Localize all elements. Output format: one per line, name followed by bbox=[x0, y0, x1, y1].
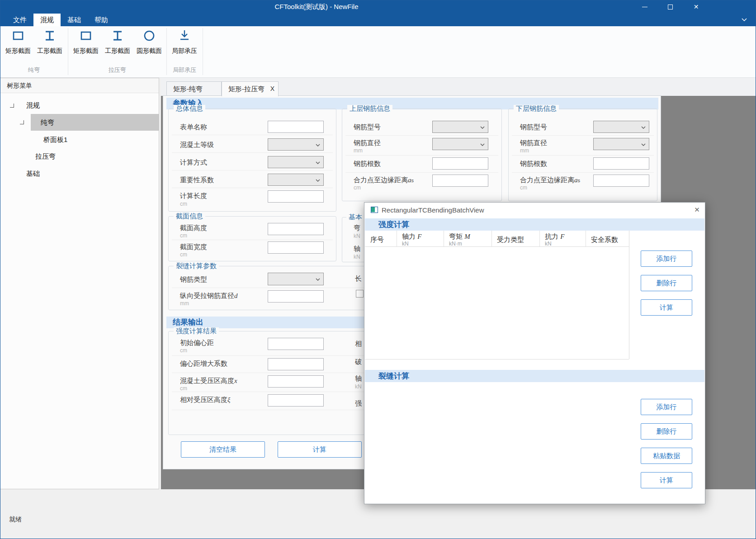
column-unit: kN bbox=[545, 241, 552, 247]
lower-rebar-model-select[interactable] bbox=[593, 121, 649, 133]
longterm-checkbox[interactable] bbox=[356, 290, 364, 298]
tree-item-layawan[interactable]: 拉压弯 bbox=[0, 148, 159, 165]
strength-delete-row-button[interactable]: 删除行 bbox=[641, 275, 692, 291]
eccentricity-factor-output[interactable] bbox=[268, 358, 324, 370]
field-label-form-name: 表单名称 bbox=[180, 123, 207, 131]
rect-section-icon bbox=[11, 29, 25, 43]
rebar-type-select[interactable] bbox=[268, 273, 324, 285]
column-header-safety-factor[interactable]: 安全系数 bbox=[591, 236, 618, 244]
form-name-input[interactable] bbox=[268, 121, 324, 133]
column-header-axial-force[interactable]: 轴力 F bbox=[402, 232, 421, 241]
section-height-input[interactable] bbox=[268, 223, 324, 235]
crack-delete-row-button[interactable]: 删除行 bbox=[641, 423, 692, 440]
strength-table-body[interactable] bbox=[365, 247, 629, 359]
tab-rect-tc-bend[interactable]: 矩形-拉压弯 X bbox=[222, 81, 279, 96]
maximize-button[interactable] bbox=[657, 0, 683, 14]
ribbon-collapse-chevron-icon[interactable] bbox=[739, 16, 750, 24]
field-label-rebar-diameter: 钢筋直径 bbox=[520, 138, 547, 147]
app-window: CFToolkit(测试版) - NewFile ✕ 文件 混规 基础 帮助 矩… bbox=[0, 0, 756, 539]
lower-rebar-diameter-select[interactable] bbox=[593, 138, 649, 150]
dialog-title: RectangularTCBendingBatchView bbox=[382, 206, 484, 214]
compression-height-output[interactable] bbox=[268, 375, 324, 388]
ibeam-section-icon bbox=[111, 29, 124, 43]
field-label-edge-distance: 合力点至边缘距离as bbox=[354, 175, 414, 185]
strength-calculate-button[interactable]: 计算 bbox=[641, 299, 692, 316]
crack-paste-data-button[interactable]: 粘贴数据 bbox=[641, 448, 692, 464]
dialog-window-icon bbox=[371, 207, 378, 213]
upper-rebar-count-input[interactable] bbox=[432, 157, 488, 170]
window-title: CFToolkit(测试版) - NewFile bbox=[0, 0, 633, 14]
tab-rect-bend[interactable]: 矩形-纯弯 bbox=[166, 81, 222, 96]
importance-factor-select[interactable] bbox=[268, 174, 324, 186]
row-separator bbox=[345, 135, 498, 136]
lower-rebar-count-input[interactable] bbox=[593, 157, 649, 170]
minimize-button[interactable] bbox=[632, 0, 657, 14]
group-lower-rebar-legend: 下层钢筋信息 bbox=[514, 105, 559, 112]
group-strength-results-legend: 强度计算结果 bbox=[174, 327, 219, 335]
tension-rebar-diameter-input[interactable] bbox=[268, 290, 324, 303]
field-label-relative-compression-height: 相对受压区高度ξ bbox=[180, 395, 230, 404]
tree-item-label: 基础 bbox=[26, 170, 40, 178]
field-label-rebar-model: 钢筋型号 bbox=[520, 123, 547, 131]
dialog-crack-header: 裂缝计算 bbox=[378, 370, 409, 382]
section-width-input[interactable] bbox=[268, 241, 324, 254]
column-header-moment[interactable]: 弯矩 M bbox=[449, 232, 470, 241]
upper-rebar-diameter-select[interactable] bbox=[432, 138, 488, 150]
tree-item-jichu[interactable]: 基础 bbox=[0, 165, 159, 182]
unit-label: kN bbox=[354, 233, 360, 239]
result-label-partial-3: 轴 bbox=[355, 374, 362, 383]
column-separator bbox=[397, 231, 397, 246]
upper-edge-distance-input[interactable] bbox=[432, 175, 488, 187]
expander-icon[interactable] bbox=[10, 104, 14, 108]
unit-label: kN bbox=[355, 383, 362, 390]
menu-item-hungui[interactable]: 混规 bbox=[33, 14, 61, 26]
lower-edge-distance-input[interactable] bbox=[593, 175, 649, 187]
clear-results-button[interactable]: 清空结果 bbox=[181, 441, 265, 458]
tree-item-hungui[interactable]: 混规 bbox=[0, 97, 159, 114]
circle-section-icon bbox=[142, 29, 156, 43]
column-separator bbox=[586, 231, 586, 246]
dialog-close-button[interactable]: ✕ bbox=[689, 203, 705, 217]
ribbon-button-local-bearing[interactable]: 局部承压 bbox=[170, 29, 199, 61]
tab-label: 矩形-拉压弯 bbox=[228, 85, 265, 93]
column-header-index[interactable]: 序号 bbox=[370, 236, 384, 244]
upper-rebar-model-select[interactable] bbox=[432, 121, 488, 133]
close-button[interactable]: ✕ bbox=[683, 0, 709, 14]
column-header-force-type[interactable]: 受力类型 bbox=[497, 236, 524, 244]
ribbon-button-ibeam-section-tc[interactable]: 工形截面 bbox=[103, 29, 132, 61]
group-upper-rebar-legend: 上层钢筋信息 bbox=[347, 105, 392, 112]
unit-label: cm bbox=[180, 347, 187, 354]
column-separator bbox=[491, 231, 492, 246]
calc-method-select[interactable] bbox=[268, 156, 324, 168]
crack-table-body[interactable] bbox=[365, 382, 629, 504]
ribbon-button-rect-section-tc[interactable]: 矩形截面 bbox=[71, 29, 100, 61]
tree-item-qiaomianban1[interactable]: 桥面板1 bbox=[0, 131, 159, 148]
expander-icon[interactable] bbox=[20, 120, 24, 124]
menu-item-help[interactable]: 帮助 bbox=[88, 14, 115, 26]
field-label-initial-eccentricity: 初始偏心距 bbox=[180, 338, 214, 347]
unit-label: cm bbox=[354, 184, 361, 191]
column-header-resistance[interactable]: 抗力 F bbox=[545, 232, 564, 241]
form-calculate-button[interactable]: 计算 bbox=[278, 441, 362, 458]
result-label-partial-4: 强 bbox=[355, 399, 362, 407]
menu-item-jichu[interactable]: 基础 bbox=[61, 14, 88, 26]
ribbon-button-ibeam-section-bend[interactable]: 工形截面 bbox=[35, 29, 64, 61]
initial-eccentricity-output[interactable] bbox=[268, 338, 324, 350]
ribbon-button-circle-section-tc[interactable]: 圆形截面 bbox=[135, 29, 164, 61]
relative-compression-height-output[interactable] bbox=[268, 394, 324, 407]
result-label-partial-2: 破 bbox=[355, 357, 362, 366]
strength-add-row-button[interactable]: 添加行 bbox=[641, 251, 692, 267]
row-separator bbox=[345, 172, 498, 173]
strength-section-bottom bbox=[365, 359, 629, 359]
tree-item-chunwan[interactable]: 纯弯 bbox=[0, 114, 159, 131]
calc-length-input[interactable] bbox=[268, 190, 324, 203]
tree-panel-header: 树形菜单 bbox=[0, 78, 159, 93]
concrete-grade-select[interactable] bbox=[268, 138, 324, 151]
tab-close-icon[interactable]: X bbox=[270, 82, 274, 96]
crack-add-row-button[interactable]: 添加行 bbox=[641, 399, 692, 415]
ribbon-button-rect-section-bend[interactable]: 矩形截面 bbox=[4, 29, 33, 61]
ribbon-group-label-tc: 拉压弯 bbox=[99, 66, 135, 74]
crack-calculate-button[interactable]: 计算 bbox=[641, 472, 692, 488]
column-unit: kN·m bbox=[449, 241, 462, 247]
menu-item-file[interactable]: 文件 bbox=[6, 14, 33, 26]
